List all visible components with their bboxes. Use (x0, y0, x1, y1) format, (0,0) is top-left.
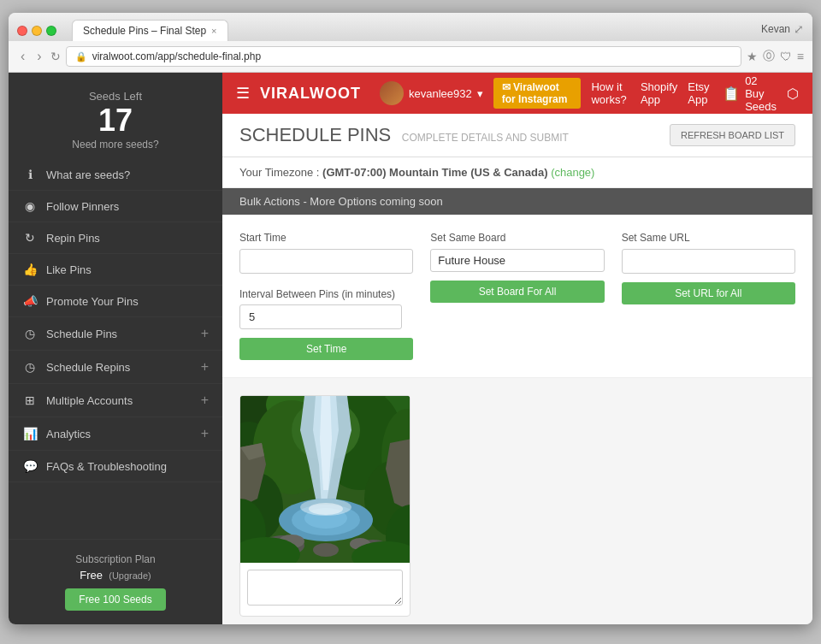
back-button[interactable]: ‹ (17, 47, 28, 66)
set-url-group: Set Same URL Set URL for All (622, 232, 795, 360)
timezone-change-link[interactable]: (change) (551, 166, 594, 179)
set-board-label: Set Same Board (430, 232, 604, 244)
set-board-group: Set Same Board Future House Set Board Fo… (430, 232, 604, 360)
etsy-link[interactable]: Etsy App (688, 80, 712, 106)
expand-icon: + (201, 426, 209, 441)
hamburger-icon[interactable]: ☰ (236, 84, 250, 103)
start-time-label: Start Time (239, 232, 413, 244)
browser-user: Kevan ⤢ (761, 22, 804, 39)
sidebar-item-label: Repin Pins (46, 232, 100, 245)
refresh-board-button[interactable]: REFRESH BOARD LIST (670, 124, 795, 146)
timezone-value: (GMT-07:00) Mountain Time (US & Canada) (322, 166, 547, 179)
buy-seeds-link[interactable]: 📋 02 Buy Seeds (723, 74, 777, 113)
sidebar-item-label: Like Pins (46, 263, 92, 276)
opera-button[interactable]: ⓪ (763, 49, 775, 64)
sidebar-item-label: Schedule Repins (46, 361, 130, 374)
sidebar-item-repin-pins[interactable]: ↻ Repin Pins (9, 222, 222, 254)
upgrade-link[interactable]: (Upgrade) (109, 570, 151, 581)
set-url-button[interactable]: Set URL for All (622, 282, 795, 304)
page-subtitle: COMPLETE DETAILS AND SUBMIT (402, 132, 569, 144)
interval-input[interactable] (239, 304, 402, 329)
sidebar-item-like-pins[interactable]: 👍 Like Pins (9, 254, 222, 286)
active-tab[interactable]: Schedule Pins – Final Step × (72, 20, 228, 41)
interval-group-inner: Interval Between Pins (in minutes) (239, 286, 413, 329)
forward-button[interactable]: › (33, 47, 44, 66)
browser-toolbar: ‹ › ↻ 🔒 viralwoot.com/app/schedule-final… (9, 41, 812, 73)
set-board-button[interactable]: Set Board For All (430, 281, 604, 303)
pin-description-input[interactable] (247, 570, 403, 606)
app-container: Seeds Left 17 Need more seeds? ℹ What ar… (9, 73, 812, 624)
pin-item (239, 395, 410, 617)
tab-close-icon[interactable]: × (211, 26, 216, 36)
dropdown-arrow: ▾ (477, 87, 483, 100)
buy-seeds-icon: 📋 (723, 86, 740, 102)
sidebar-item-label: Promote Your Pins (46, 295, 139, 308)
svg-point-21 (313, 543, 339, 557)
free-seeds-button[interactable]: Free 100 Seeds (65, 588, 165, 611)
pins-grid (222, 378, 812, 624)
schedule-repins-icon: ◷ (22, 360, 38, 374)
pin-image-container (240, 396, 410, 563)
shield-button[interactable]: 🛡 (780, 50, 792, 63)
waterfall-image (240, 396, 410, 563)
sidebar-item-promote-pins[interactable]: 📣 Promote Your Pins (9, 286, 222, 317)
page-title-group: SCHEDULE PINS COMPLETE DETAILS AND SUBMI… (239, 124, 569, 146)
sidebar-item-faqs[interactable]: 💬 FAQs & Troubleshooting (9, 451, 222, 482)
sidebar-item-schedule-pins[interactable]: ◷ Schedule Pins + (9, 317, 222, 351)
user-menu[interactable]: kevanlee932 ▾ (380, 81, 483, 105)
share-icon[interactable]: ⬡ (787, 86, 799, 102)
url-input[interactable] (622, 249, 795, 274)
repin-icon: ↻ (22, 231, 38, 245)
sidebar-item-label: Multiple Accounts (46, 394, 133, 407)
bulk-actions-label: Bulk Actions - More Options coming soon (239, 195, 443, 208)
main-content: SCHEDULE PINS COMPLETE DETAILS AND SUBMI… (222, 114, 812, 624)
sidebar-item-label: Follow Pinners (46, 200, 119, 213)
set-time-button[interactable]: Set Time (239, 338, 413, 360)
top-nav: ☰ VIRALWOOT kevanlee932 ▾ ✉ Viralwoot fo… (222, 73, 812, 114)
page-title: SCHEDULE PINS (239, 124, 391, 145)
subscription-plan: Free (Upgrade) (17, 569, 214, 582)
faq-icon: 💬 (22, 459, 38, 473)
sidebar-item-schedule-repins[interactable]: ◷ Schedule Repins + (9, 351, 222, 384)
expand-icon: + (201, 326, 209, 341)
plan-name: Free (80, 569, 103, 582)
user-avatar (380, 81, 404, 105)
lock-icon: 🔒 (75, 51, 87, 62)
set-url-label: Set Same URL (622, 232, 795, 244)
sidebar-item-follow-pinners[interactable]: ◉ Follow Pinners (9, 191, 222, 222)
schedule-form: Start Time Interval Between Pins (in min… (222, 215, 812, 378)
minimize-button[interactable] (32, 26, 42, 36)
buy-seeds-label: 02 Buy Seeds (745, 74, 777, 113)
expand-icon: + (201, 359, 209, 375)
start-time-input[interactable] (239, 249, 413, 274)
schedule-icon: ◷ (22, 327, 38, 340)
app-logo: VIRALWOOT (260, 85, 361, 103)
browser-username: Kevan (761, 23, 790, 35)
browser-titlebar: Schedule Pins – Final Step × Kevan ⤢ (9, 13, 812, 41)
close-button[interactable] (17, 26, 27, 36)
avatar-image (380, 81, 404, 105)
menu-button[interactable]: ≡ (797, 50, 804, 63)
resize-icon[interactable]: ⤢ (794, 22, 804, 36)
browser-tab-bar: Schedule Pins – Final Step × (72, 20, 754, 41)
how-it-works-link[interactable]: How it works? (591, 80, 629, 106)
start-time-group: Start Time Interval Between Pins (in min… (239, 232, 413, 360)
user-icon: ◉ (22, 199, 38, 213)
page-header: SCHEDULE PINS COMPLETE DETAILS AND SUBMI… (222, 114, 812, 157)
sidebar-item-label: Analytics (46, 428, 91, 440)
refresh-button[interactable]: ↻ (50, 50, 61, 63)
maximize-button[interactable] (46, 26, 56, 36)
bookmark-button[interactable]: ★ (747, 50, 758, 63)
address-bar[interactable]: 🔒 viralwoot.com/app/schedule-final.php (66, 46, 741, 67)
seeds-left-label: Seeds Left (17, 90, 214, 103)
accounts-icon: ⊞ (22, 393, 38, 407)
sidebar-item-what-are-seeds[interactable]: ℹ What are seeds? (9, 159, 222, 191)
timezone-label: Your Timezone : (239, 166, 319, 179)
seeds-count: 17 (17, 103, 214, 139)
subscription-title: Subscription Plan (17, 553, 214, 565)
board-select[interactable]: Future House (430, 249, 604, 272)
shopify-link[interactable]: Shopify App (641, 80, 677, 106)
sidebar-item-multiple-accounts[interactable]: ⊞ Multiple Accounts + (9, 384, 222, 417)
instagram-link[interactable]: ✉ Viralwoot for Instagram (493, 78, 582, 109)
sidebar-item-analytics[interactable]: 📊 Analytics + (9, 417, 222, 451)
